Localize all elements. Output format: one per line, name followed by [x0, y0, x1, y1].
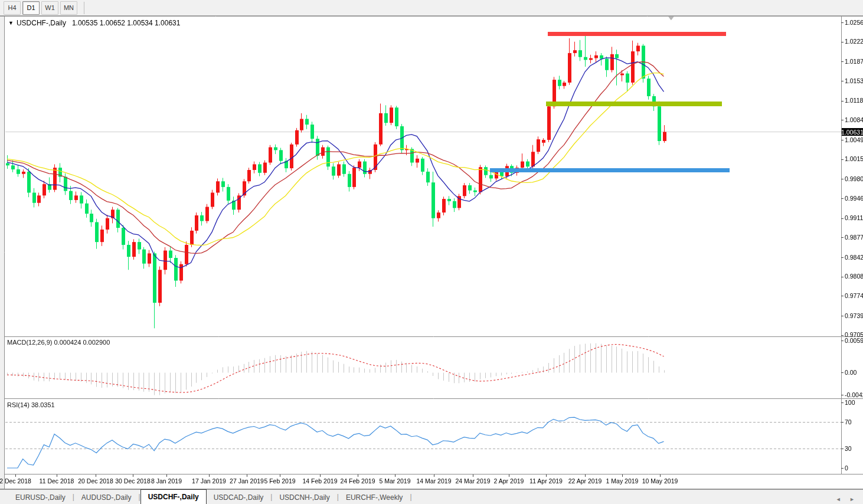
chart-tab-usdcnh[interactable]: USDCNH-,Daily — [272, 491, 336, 504]
chart-tab-eurusd[interactable]: EURUSD-,Daily — [8, 491, 73, 504]
timeframe-button-d1[interactable]: D1 — [22, 1, 40, 15]
date-axis-label: 20 Dec 2018 — [78, 477, 113, 485]
chart-tabbar: EURUSD-,Daily|AUDUSD-,Daily|USDCHF-,Dail… — [0, 489, 863, 504]
date-axis-label: 17 Jan 2019 — [192, 477, 226, 485]
macd-axis-label: 0.00 — [845, 369, 857, 376]
date-axis-label: 5 Mar 2019 — [379, 477, 410, 485]
chart-menu-arrow-icon[interactable]: ▼ — [8, 20, 14, 26]
date-axis-label: 30 Dec 2018 — [115, 477, 151, 485]
chart-tab-usdcad[interactable]: USDCAD-,Daily — [207, 491, 271, 504]
tab-divider: | — [410, 493, 411, 501]
date-axis-label: 10 May 2019 — [642, 477, 678, 485]
date-axis-label: 8 Jan 2019 — [151, 477, 182, 485]
price-axis-label: 1.02220 — [845, 38, 863, 45]
date-axis-label: 14 Mar 2019 — [417, 477, 452, 485]
date-axis-label: 24 Mar 2019 — [456, 477, 491, 485]
price-axis-label: 0.98420 — [845, 254, 863, 261]
date-axis-label: 27 Jan 2019 — [230, 477, 264, 485]
price-axis-label: 0.99460 — [845, 195, 863, 202]
toolbar-separator — [84, 2, 84, 14]
chart-tab-eurchf[interactable]: EURCHF-,Weekly — [339, 491, 410, 504]
chart-tab-audusd[interactable]: AUDUSD-,Daily — [74, 491, 139, 504]
date-axis-label: 2 Dec 2018 — [0, 477, 31, 485]
price-axis-label: 0.99800 — [845, 175, 863, 182]
chart-overlay: ▼USDCHF-,Daily1.00535 1.00652 1.00534 1.… — [0, 0, 863, 504]
chart-title-ohlc: 1.00535 1.00652 1.00534 1.00631 — [72, 19, 181, 27]
price-axis-label: 0.97390 — [845, 312, 863, 319]
rsi-axis-label: 70 — [845, 418, 852, 426]
price-axis-label: 1.00150 — [845, 155, 863, 162]
price-axis-label: 1.00490 — [845, 136, 863, 143]
rsi-axis-label: 100 — [845, 399, 855, 406]
timeframe-toolbar: H4D1W1MN — [0, 0, 863, 16]
price-axis-label: 1.01180 — [845, 97, 863, 104]
macd-axis-label: -0.00424 — [845, 391, 863, 398]
chart-tab-usdchf[interactable]: USDCHF-,Daily — [140, 489, 207, 504]
price-axis-label: 0.98770 — [845, 234, 863, 241]
macd-label: MACD(12,26,9) 0.000424 0.002900 — [7, 339, 110, 346]
date-axis-label: 11 Dec 2018 — [40, 477, 74, 485]
tab-scroll-arrows[interactable]: ◄ ► — [836, 496, 858, 502]
chart-title-symbol: USDCHF-,Daily — [17, 19, 66, 27]
price-axis-label: 1.01530 — [845, 77, 863, 84]
date-axis-label: 5 Feb 2019 — [264, 477, 295, 485]
date-axis-label: 22 Apr 2019 — [568, 477, 602, 485]
timeframe-button-w1[interactable]: W1 — [41, 1, 58, 15]
current-price-tag: 1.00631 — [842, 128, 863, 136]
price-axis-label: 0.97740 — [845, 292, 863, 299]
rsi-label: RSI(14) 38.0351 — [7, 401, 55, 408]
price-axis-label: 1.02560 — [845, 19, 863, 26]
timeframe-button-mn[interactable]: MN — [60, 1, 77, 15]
price-axis-label: 1.01870 — [845, 58, 863, 65]
rsi-axis-label: 30 — [845, 445, 852, 452]
price-axis-label: 1.00840 — [845, 116, 863, 123]
macd-axis-label: 0.00597 — [845, 337, 863, 344]
rsi-axis-label: 0 — [845, 464, 848, 472]
date-axis-label: 1 May 2019 — [606, 477, 639, 485]
price-axis-label: 0.99110 — [845, 214, 863, 221]
date-axis-label: 24 Feb 2019 — [341, 477, 375, 485]
timeframe-button-h4[interactable]: H4 — [4, 1, 21, 15]
date-axis-label: 2 Apr 2019 — [494, 477, 524, 485]
date-axis-label: 11 Apr 2019 — [529, 477, 563, 485]
chart-title: ▼USDCHF-,Daily1.00535 1.00652 1.00534 1.… — [8, 19, 180, 27]
price-axis-label: 0.98080 — [845, 273, 863, 280]
date-axis-label: 14 Feb 2019 — [303, 477, 338, 485]
